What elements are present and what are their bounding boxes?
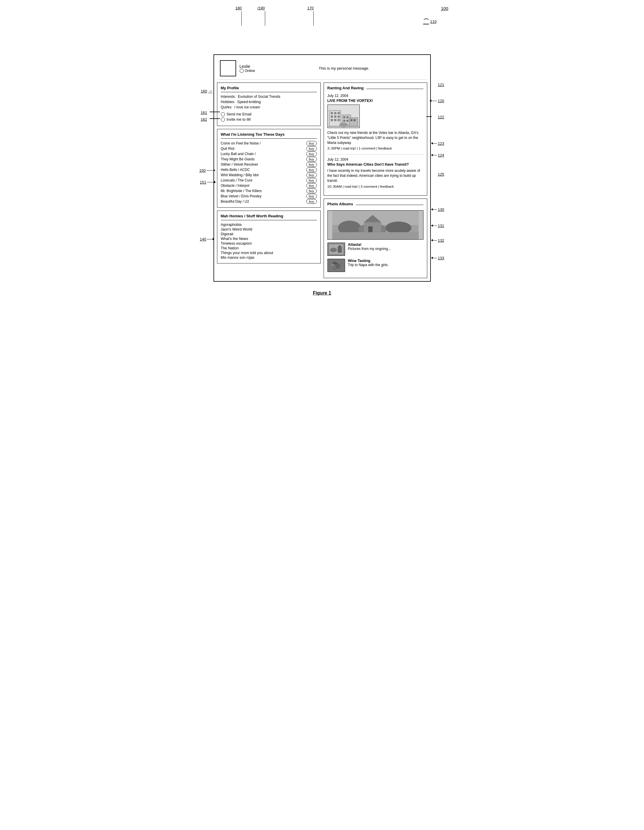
photos-panel: Photo Albums	[324, 198, 427, 278]
music-item-11: Blue Velvet / Elvis Presley buy	[221, 194, 317, 198]
svg-rect-14	[343, 120, 345, 122]
user-name: Leslie	[240, 64, 255, 69]
link-item-4[interactable]: What's the News	[221, 237, 317, 241]
blog-title-line	[367, 89, 423, 89]
status-circle-icon	[240, 69, 244, 73]
ref-170-label: 170	[307, 6, 314, 10]
hobbies-label: Hobbies:	[221, 100, 235, 104]
status-text: Online	[245, 69, 255, 73]
track-7: Whit Wedding / Billy Idol	[221, 173, 259, 177]
track-6: Hells Bells / ACDC	[221, 168, 250, 172]
buy-btn-12[interactable]: buy	[306, 199, 317, 204]
blog-post-1: July 12, 2004 LIVE FROM THE VORTEX!	[328, 94, 424, 150]
music-title: What I'm Listening Too These Days	[221, 132, 317, 136]
music-item-4: They Might Be Giants buy	[221, 157, 317, 162]
links-title: Mah Homies / Stuff Worth Reading	[221, 214, 317, 218]
ref-132-label: 132	[433, 238, 444, 242]
blog-post-2: July 12, 2004 Who Says American Cities D…	[328, 157, 424, 188]
music-panel: What I'm Listening Too These Days Come o…	[217, 129, 321, 208]
music-item-3: Lucky Ball and Chain / buy	[221, 152, 317, 156]
interests-value: Evolution of Social Trends	[238, 95, 280, 99]
link-item-8[interactable]: Mis manos son rojas	[221, 255, 317, 260]
svg-rect-6	[331, 116, 333, 118]
link-item-3[interactable]: Digerati	[221, 232, 317, 236]
blog-panel: Ranting And Raving July 12, 2004 LIVE FR…	[324, 82, 427, 196]
music-item-9: Obstacle / Interpol buy	[221, 183, 317, 188]
buy-btn-5[interactable]: buy	[306, 162, 317, 167]
link-item-2[interactable]: Jaon's Weird World	[221, 227, 317, 231]
ref-122-label: 122	[438, 115, 444, 119]
buy-btn-6[interactable]: buy	[306, 168, 317, 172]
links-list: Agoraphobia Jaon's Weird World Digerati …	[221, 223, 317, 260]
post1-image	[328, 105, 360, 128]
album-1-desc: Pictures from my ongoing...	[348, 247, 391, 251]
svg-rect-3	[331, 112, 333, 114]
svg-point-37	[333, 266, 336, 269]
album-2-title: Wine Tasting	[348, 259, 389, 263]
blog-separator	[328, 154, 424, 155]
link-item-1[interactable]: Agoraphobia	[221, 223, 317, 227]
invite-im-action[interactable]: Invite me to IM	[221, 117, 317, 122]
track-12: Beautiful Day / U2	[221, 200, 249, 204]
ref-124-label: 124	[433, 153, 444, 157]
buy-btn-9[interactable]: buy	[306, 183, 317, 188]
post2-date: July 12, 2004	[328, 157, 424, 162]
blog-title: Ranting And Raving	[328, 86, 364, 90]
ref-110-area: ⌒ 110	[423, 17, 437, 25]
music-item-5: Slither / Velvet Revolver buy	[221, 162, 317, 167]
buy-btn-7[interactable]: buy	[306, 173, 317, 177]
music-item-12: Beautiful Day / U2 buy	[221, 199, 317, 204]
track-10: Mr. Brightside / The Killers	[221, 189, 262, 193]
buy-btn-4[interactable]: buy	[306, 157, 317, 162]
svg-point-31	[330, 247, 337, 252]
post2-text: I have recently in my travels become mor…	[328, 168, 424, 183]
album-1-title: Atlanta!	[348, 242, 391, 247]
svg-rect-5	[337, 112, 340, 114]
ref-133-label: 133	[433, 256, 444, 260]
buy-btn-8[interactable]: buy	[306, 178, 317, 183]
ref-140-label: 140	[200, 237, 213, 241]
profile-panel: My Profile Interests: Evolution of Socia…	[217, 82, 321, 126]
svg-rect-2	[349, 118, 358, 126]
music-panel-wrapper: 150 151 What I'm Listening Too These D	[217, 129, 321, 208]
ref-170-line	[313, 11, 314, 26]
album-2-info: Wine Tasting Trip to Napa with the girls…	[348, 259, 389, 267]
profile-quirks: Quirks: I love ice cream	[221, 105, 317, 109]
link-item-7[interactable]: Things your mom told you about	[221, 251, 317, 255]
invite-im-label: Invite me to IM	[227, 117, 251, 122]
ref-125-label: 125	[438, 172, 444, 176]
send-email-action[interactable]: Send me Email	[221, 112, 317, 116]
user-info: Leslie Online	[240, 64, 255, 73]
ref-151-label: 151	[200, 180, 215, 184]
buy-btn-10[interactable]: buy	[306, 188, 317, 193]
album-1-item[interactable]: Atlanta! Pictures from my ongoing...	[328, 242, 424, 256]
large-photo[interactable]	[328, 210, 424, 240]
avatar	[220, 60, 236, 76]
links-panel: Mah Homies / Stuff Worth Reading Agoraph…	[217, 211, 321, 263]
buy-btn-11[interactable]: buy	[306, 194, 317, 198]
post1-meta: 3::30PM | road trip! | 1 comment | feedb…	[328, 147, 424, 150]
svg-rect-8	[337, 116, 340, 118]
svg-rect-16	[350, 119, 352, 121]
album-1-info: Atlanta! Pictures from my ongoing...	[348, 242, 391, 251]
interests-label: Interests:	[221, 95, 236, 99]
link-item-5[interactable]: Timeless escapism	[221, 241, 317, 246]
svg-rect-4	[334, 112, 336, 114]
album-2-item[interactable]: Wine Tasting Trip to Napa with the girls…	[328, 259, 424, 272]
track-4: They Might Be Giants	[221, 157, 255, 161]
ref-190-label: /190	[258, 6, 265, 10]
link-item-6[interactable]: The Nation	[221, 246, 317, 250]
ref-130-label: 130	[433, 208, 444, 212]
post2-meta: 10::30AM | road trip! | 3 comment | feed…	[328, 185, 424, 188]
buy-btn-2[interactable]: buy	[306, 146, 317, 151]
album-2-thumb	[328, 259, 345, 272]
ref-100: 100	[441, 6, 448, 11]
svg-rect-32	[337, 247, 342, 253]
profile-title: My Profile	[221, 86, 317, 90]
track-3: Lucky Ball and Chain /	[221, 152, 256, 156]
track-8: Lovecats / The Cure	[221, 178, 253, 182]
buy-btn-3[interactable]: buy	[306, 152, 317, 156]
buy-btn-1[interactable]: buy	[306, 141, 317, 146]
quirks-label: Quirks:	[221, 105, 233, 109]
ref-150-label: 150	[199, 168, 214, 173]
